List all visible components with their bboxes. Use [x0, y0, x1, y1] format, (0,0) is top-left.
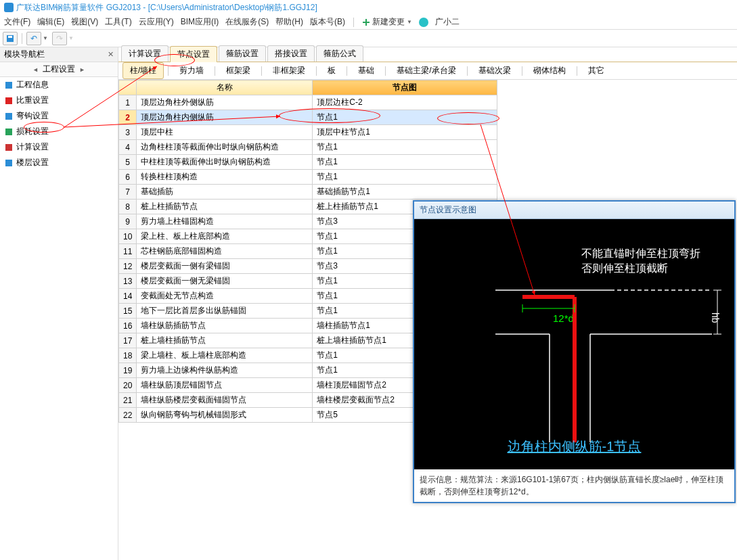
svg-rect-3: [8, 36, 12, 38]
menu-online[interactable]: 在线服务(S): [225, 16, 269, 28]
popup-canvas: 不能直锚时伸至柱顶弯折 否则伸至柱顶截断 12*d hb 边角柱内侧纵筋: [414, 219, 734, 469]
menu-edit[interactable]: 编辑(E): [37, 16, 64, 28]
app-icon: [4, 3, 14, 12]
settings-tab-3[interactable]: 搭接设置: [267, 45, 315, 62]
category-tab-9[interactable]: 其它: [581, 63, 611, 78]
user-avatar-icon[interactable]: [419, 18, 428, 27]
category-tab-6[interactable]: 基础主梁/承台梁: [390, 63, 462, 78]
svg-rect-8: [5, 144, 12, 151]
pin-icon[interactable]: ✕: [108, 50, 114, 59]
svg-rect-5: [5, 97, 12, 104]
category-tab-2[interactable]: 框架梁: [219, 63, 257, 78]
popup-footer: 提示信息：规范算法：来源16G101-1第67页；柱内侧纵筋直锚长度≥lae时，…: [414, 469, 734, 502]
nav-item-2[interactable]: 弯钩设置: [0, 108, 118, 124]
diagram-caption: 边角柱内侧纵筋-1节点: [414, 438, 734, 456]
svg-rect-6: [5, 113, 12, 120]
nav-pane: 模块导航栏 ✕ ◄ 工程设置 ► 工程信息比重设置弯钩设置损耗设置计算设置楼层设…: [0, 47, 118, 560]
svg-rect-1: [363, 22, 370, 23]
menu-cloud[interactable]: 云应用(Y): [139, 16, 174, 28]
category-tab-0[interactable]: 柱/墙柱: [122, 62, 164, 79]
separator: [353, 18, 354, 27]
category-tab-4[interactable]: 板: [321, 63, 342, 78]
nav-section[interactable]: ◄ 工程设置 ►: [0, 62, 118, 77]
menu-tools[interactable]: 工具(T): [105, 16, 131, 28]
menu-file[interactable]: 文件(F): [4, 16, 30, 28]
category-tab-7[interactable]: 基础次梁: [472, 63, 518, 78]
new-change-button[interactable]: 新建变更 ▼: [362, 16, 412, 28]
table-row[interactable]: 7基础插筋基础插筋节点1: [119, 185, 497, 200]
svg-rect-7: [5, 129, 12, 135]
nav-item-0[interactable]: 工程信息: [0, 77, 118, 93]
nav-item-5[interactable]: 楼层设置: [0, 155, 118, 170]
category-tabs: 柱/墙柱剪力墙框架梁非框架梁板基础基础主梁/承台梁基础次梁砌体结构其它: [118, 62, 737, 80]
table-row[interactable]: 1顶层边角柱外侧纵筋顶层边柱C-2: [119, 95, 497, 110]
category-tab-1[interactable]: 剪力墙: [173, 63, 210, 78]
nav-list: 工程信息比重设置弯钩设置损耗设置计算设置楼层设置: [0, 77, 118, 560]
svg-rect-9: [5, 160, 12, 166]
title-bar: 广联达BIM钢筋算量软件 GGJ2013 - [C:\Users\Adminis…: [0, 0, 737, 15]
settings-tab-2[interactable]: 箍筋设置: [219, 45, 266, 62]
menu-bim[interactable]: BIM应用(I): [181, 16, 219, 28]
menu-help[interactable]: 帮助(H): [275, 16, 303, 28]
settings-tab-1[interactable]: 节点设置: [170, 46, 217, 62]
toolbar: ↶▼ ↷▼: [0, 30, 737, 47]
plus-icon: [362, 18, 370, 26]
settings-tabs: 计算设置节点设置箍筋设置搭接设置箍筋公式: [118, 47, 737, 62]
nav-item-3[interactable]: 损耗设置: [0, 124, 118, 139]
category-tab-3[interactable]: 非框架梁: [266, 63, 312, 78]
node-diagram-popup[interactable]: 节点设置示意图 不能直锚时伸至柱顶弯折 否则伸至柱顶截断 12*d hb: [413, 200, 736, 503]
nav-item-4[interactable]: 计算设置: [0, 139, 118, 155]
nav-item-1[interactable]: 比重设置: [0, 93, 118, 108]
table-row[interactable]: 4边角柱柱顶等截面伸出时纵向钢筋构造节点1: [119, 140, 497, 155]
menu-version[interactable]: 版本号(B): [310, 16, 345, 28]
menu-view[interactable]: 视图(V): [71, 16, 98, 28]
category-tab-5[interactable]: 基础: [351, 63, 381, 78]
window-title: 广联达BIM钢筋算量软件 GGJ2013 - [C:\Users\Adminis…: [16, 2, 317, 14]
redo-button[interactable]: ↷: [52, 32, 67, 45]
undo-button[interactable]: ↶: [26, 32, 41, 45]
popup-title: 节点设置示意图: [414, 202, 734, 219]
user-name[interactable]: 广小二: [435, 16, 460, 28]
menu-bar: 文件(F) 编辑(E) 视图(V) 工具(T) 云应用(Y) BIM应用(I) …: [0, 15, 737, 30]
table-row[interactable]: 2顶层边角柱内侧纵筋节点1: [119, 110, 497, 125]
category-tab-8[interactable]: 砌体结构: [527, 63, 573, 78]
save-button[interactable]: [3, 32, 18, 45]
table-row[interactable]: 5中柱柱顶等截面伸出时纵向钢筋构造节点1: [119, 155, 497, 170]
col-node-diagram[interactable]: 节点图: [313, 80, 497, 95]
settings-tab-4[interactable]: 箍筋公式: [316, 45, 363, 62]
svg-rect-4: [5, 82, 12, 89]
diagram-svg: [414, 219, 737, 469]
nav-header: 模块导航栏 ✕: [0, 47, 118, 62]
table-row[interactable]: 3顶层中柱顶层中柱节点1: [119, 125, 497, 140]
col-name[interactable]: 名称: [137, 80, 313, 95]
settings-tab-0[interactable]: 计算设置: [121, 45, 169, 62]
table-row[interactable]: 6转换柱柱顶构造节点1: [119, 170, 497, 185]
